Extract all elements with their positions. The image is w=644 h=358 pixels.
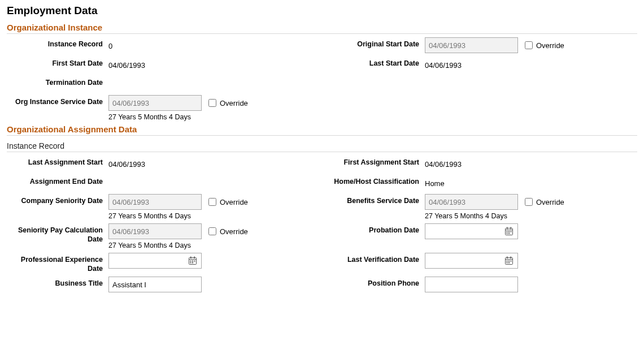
svg-rect-23 [508,261,510,262]
input-original-start-date[interactable] [425,37,518,53]
input-last-verification-date[interactable] [429,254,504,268]
section-organizational-assignment-data: Organizational Assignment Data [7,124,637,136]
value-last-start-date: 04/06/1993 [425,59,462,70]
datebox-last-verification-date[interactable] [425,253,518,269]
svg-rect-6 [511,231,512,232]
svg-rect-7 [507,233,508,234]
label-org-instance-service-date: Org Instance Service Date [7,95,108,107]
label-benefits-service-date: Benefits Service Date [323,194,425,206]
svg-rect-24 [511,261,512,262]
value-first-start-date: 04/06/1993 [108,59,145,70]
label-seniority-pay-calc-date: Seniority Pay Calculation Date [7,223,108,244]
label-business-title: Business Title [7,277,108,288]
duration-seniority-pay-calc: 27 Years 5 Months 4 Days [108,241,248,249]
value-home-host-classification: Home [425,178,445,188]
input-business-title[interactable] [108,277,202,292]
override-benefits-service-date[interactable]: Override [523,196,564,208]
duration-benefits-service: 27 Years 5 Months 4 Days [425,212,564,220]
value-first-assignment-start: 04/06/1993 [425,158,462,169]
input-company-seniority-date[interactable] [108,194,202,210]
label-home-host-classification: Home/Host Classification [323,175,425,187]
svg-rect-25 [507,262,508,264]
section-organizational-instance: Organizational Instance [7,23,637,34]
label-probation-date: Probation Date [323,223,425,235]
calendar-icon[interactable] [504,227,514,236]
label-assignment-end-date: Assignment End Date [7,175,108,187]
input-benefits-service-date[interactable] [425,194,518,210]
label-override: Override [536,41,564,50]
svg-rect-2 [507,227,508,230]
duration-company-seniority: 27 Years 5 Months 4 Days [108,212,248,220]
calendar-icon[interactable] [188,256,198,265]
label-instance-record: Instance Record [7,37,108,49]
label-professional-experience-date: Professional Experience Date [7,253,108,273]
input-seniority-pay-calc-date[interactable] [108,223,202,239]
datebox-probation-date[interactable] [425,223,518,239]
label-position-phone: Position Phone [323,277,425,288]
override-org-instance-service-date[interactable]: Override [206,97,248,109]
value-last-assignment-start: 04/06/1993 [108,158,145,169]
label-original-start-date: Original Start Date [323,37,425,49]
input-probation-date[interactable] [429,225,504,238]
checkbox-override-seniority-pay-calc-date[interactable] [208,227,216,235]
override-seniority-pay-calc-date[interactable]: Override [206,226,248,237]
svg-rect-14 [192,261,193,262]
override-company-seniority-date[interactable]: Override [206,196,248,208]
svg-rect-11 [190,257,192,259]
svg-rect-3 [511,227,512,230]
label-last-start-date: Last Start Date [323,57,425,68]
label-termination-date: Termination Date [7,76,108,88]
svg-rect-16 [190,262,192,264]
section-sub-instance-record: Instance Record [7,141,637,152]
input-position-phone[interactable] [425,277,518,292]
svg-rect-5 [508,231,510,232]
page-title: Employment Data [7,5,637,17]
checkbox-override-company-seniority-date[interactable] [208,198,216,206]
svg-rect-12 [194,257,195,259]
svg-rect-17 [192,262,193,264]
label-first-start-date: First Start Date [7,57,108,68]
label-override: Override [220,99,248,107]
duration-org-instance-service: 27 Years 5 Months 4 Days [108,113,248,121]
svg-rect-26 [508,262,510,264]
checkbox-override-benefits-service-date[interactable] [525,198,533,206]
svg-rect-22 [507,261,508,262]
value-instance-record: 0 [108,40,112,50]
svg-rect-15 [194,261,195,262]
svg-rect-21 [511,257,512,259]
label-first-assignment-start: First Assignment Start [323,156,425,167]
label-company-seniority-date: Company Seniority Date [7,194,108,206]
svg-rect-4 [507,231,508,232]
checkbox-override-org-instance-service-date[interactable] [208,99,216,107]
label-last-verification-date: Last Verification Date [323,253,425,265]
svg-rect-20 [507,257,508,259]
svg-rect-13 [190,261,192,262]
label-override: Override [220,227,248,236]
label-override: Override [220,198,248,206]
input-professional-experience-date[interactable] [112,254,188,268]
checkbox-override-original-start-date[interactable] [525,41,533,49]
override-original-start-date[interactable]: Override [523,40,564,51]
label-last-assignment-start: Last Assignment Start [7,156,108,167]
label-override: Override [536,198,564,206]
calendar-icon[interactable] [504,256,514,265]
datebox-professional-experience-date[interactable] [108,253,202,269]
input-org-instance-service-date[interactable] [108,95,202,111]
svg-rect-8 [508,233,510,234]
